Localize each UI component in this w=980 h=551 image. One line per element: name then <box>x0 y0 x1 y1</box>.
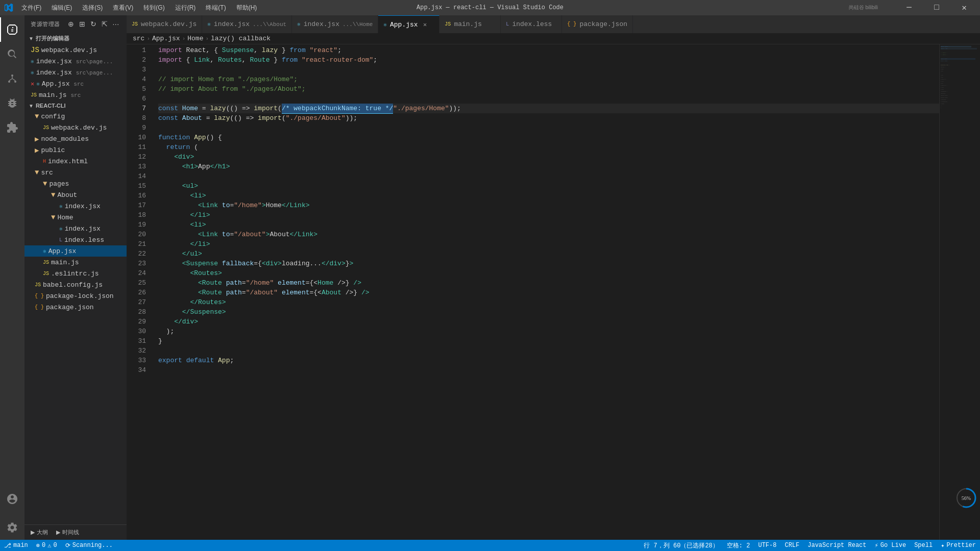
activity-git-icon[interactable] <box>0 66 24 91</box>
open-file-main-label: main.js src <box>39 91 81 99</box>
menu-file[interactable]: 文件(F) <box>17 3 45 13</box>
tab-app[interactable]: ⚛ App.jsx ✕ <box>378 15 439 33</box>
new-file-icon[interactable]: ⊕ <box>66 19 76 29</box>
tree-home-less[interactable]: L index.less <box>24 234 127 245</box>
status-encoding[interactable]: UTF-8 <box>754 540 780 551</box>
breadcrumb-lazy[interactable]: lazy() callback <box>211 35 271 42</box>
tree-config[interactable]: ▼ config <box>24 111 127 122</box>
open-file-index-home[interactable]: ⚛ index.jsx src\page... <box>24 67 127 78</box>
status-line-ending[interactable]: CRLF <box>780 540 803 551</box>
open-file-app[interactable]: ✕ ⚛ App.jsx src <box>24 78 127 89</box>
open-file-main[interactable]: JS main.js src <box>24 89 127 101</box>
menu-view[interactable]: 查看(V) <box>109 3 137 13</box>
tree-app-jsx[interactable]: ⚛ App.jsx <box>24 245 127 257</box>
tree-home-folder[interactable]: ▼ Home <box>24 212 127 223</box>
tree-eslint[interactable]: JS .eslintrc.js <box>24 268 127 279</box>
activity-extensions-icon[interactable] <box>0 115 24 140</box>
activity-settings-icon[interactable] <box>0 515 24 540</box>
activity-explorer-icon[interactable] <box>0 17 24 42</box>
folder-icon2: ▶ <box>35 146 39 155</box>
tree-node-modules[interactable]: ▶ node_modules <box>24 133 127 144</box>
tab-app-close[interactable]: ✕ <box>421 20 429 29</box>
tree-pages[interactable]: ▼ pages <box>24 178 127 189</box>
code-line-30: ); <box>158 327 939 336</box>
tab-package-json[interactable]: { } package.json <box>562 15 633 33</box>
breadcrumb-src[interactable]: src <box>133 35 144 42</box>
maximize-button[interactable]: □ <box>925 0 948 15</box>
tree-package-lock[interactable]: { } package-lock.json <box>24 290 127 302</box>
code-line-1: import React, { Suspense, lazy } from "r… <box>158 45 939 55</box>
activity-account-icon[interactable] <box>0 487 24 511</box>
menu-run[interactable]: 运行(R) <box>171 3 200 13</box>
more-actions-icon[interactable]: ··· <box>111 19 120 29</box>
open-files-section[interactable]: ▼ 打开的编辑器 <box>24 33 127 44</box>
project-section[interactable]: ▼ REACT-CLI <box>24 101 127 111</box>
minimap-code: import React... import Link... // import… <box>940 44 980 110</box>
open-file-webpack[interactable]: JS webpack.dev.js <box>24 44 127 56</box>
menu-goto[interactable]: 转到(G) <box>139 3 168 13</box>
tree-babel[interactable]: JS babel.config.js <box>24 279 127 290</box>
tab-webpack[interactable]: JS webpack.dev.js <box>127 15 202 33</box>
new-folder-icon[interactable]: ⊞ <box>78 19 87 29</box>
status-go-live[interactable]: ⚡ Go Live <box>870 540 910 551</box>
menu-terminal[interactable]: 终端(T) <box>202 3 230 13</box>
editor-content: 1 2 3 4 5 6 7 8 9 10 11 12 13 14 15 16 1… <box>127 44 980 540</box>
status-git-branch[interactable]: ⎇ main <box>0 540 32 551</box>
status-errors[interactable]: ⊗ 0 ⚠ 0 <box>32 540 61 551</box>
code-line-32 <box>158 346 939 356</box>
refresh-icon[interactable]: ↻ <box>89 19 98 29</box>
warning-count: 0 <box>53 542 57 549</box>
tree-public[interactable]: ▶ public <box>24 144 127 156</box>
tree-app-jsx-label: App.jsx <box>48 247 77 255</box>
menu-edit[interactable]: 编辑(E) <box>47 3 76 13</box>
tree-eslint-label: .eslintrc.js <box>51 270 99 278</box>
prettier-icon: ✦ <box>941 542 944 549</box>
status-language[interactable]: JavaScript React <box>803 540 870 551</box>
close-button[interactable]: ✕ <box>952 0 976 15</box>
open-file-index-about[interactable]: ⚛ index.jsx src\page... <box>24 56 127 67</box>
minimize-button[interactable]: ─ <box>897 0 921 15</box>
folder-icon: ▶ <box>35 135 39 143</box>
code-area[interactable]: import React, { Suspense, lazy } from "r… <box>152 44 939 540</box>
menu-select[interactable]: 选择(S) <box>78 3 107 13</box>
ln-16: 16 <box>127 191 146 201</box>
timeline-panel[interactable]: ▶ 时间线 <box>56 529 79 536</box>
tree-main-js[interactable]: JS main.js <box>24 257 127 268</box>
tab-main[interactable]: JS main.js <box>439 15 501 33</box>
tree-home-index[interactable]: ⚛ index.jsx <box>24 223 127 234</box>
prettier-text: Prettier <box>946 542 976 549</box>
code-line-16: <li> <box>158 191 939 201</box>
bottom-panels-area: ▶ 大纲 ▶ 时间线 <box>24 524 127 540</box>
js-file-icon2: JS <box>31 92 37 98</box>
tab-index-about[interactable]: ⚛ index.jsx ...\\About <box>202 15 292 33</box>
tree-main-js-label: main.js <box>51 259 79 266</box>
activity-search-icon[interactable] <box>0 42 24 66</box>
tree-webpack[interactable]: JS webpack.dev.js <box>24 122 127 133</box>
code-line-6 <box>158 94 939 104</box>
tab-index-home[interactable]: ⚛ index.jsx ...\\Home <box>292 15 378 33</box>
ln-29: 29 <box>127 317 146 327</box>
outline-panel[interactable]: ▶ 大纲 <box>31 529 48 536</box>
collapse-icon[interactable]: ⇱ <box>100 19 109 29</box>
menu-help[interactable]: 帮助(H) <box>232 3 261 13</box>
tree-about-folder[interactable]: ▼ About <box>24 189 127 201</box>
status-position[interactable]: 行 7，列 60（已选择28） <box>640 540 722 551</box>
status-prettier[interactable]: ✦ Prettier <box>937 540 980 551</box>
encoding-text: UTF-8 <box>758 542 776 549</box>
tree-index-html[interactable]: H index.html <box>24 156 127 167</box>
breadcrumb-app[interactable]: App.jsx <box>152 35 180 42</box>
close-file-icon[interactable]: ✕ <box>31 80 34 88</box>
less-icon: L <box>59 237 62 243</box>
tree-src[interactable]: ▼ src <box>24 167 127 178</box>
tree-about-index[interactable]: ⚛ index.jsx <box>24 201 127 212</box>
tree-package-json[interactable]: { } package.json <box>24 302 127 313</box>
tab-index-less[interactable]: L index.less <box>501 15 562 33</box>
ln-13: 13 <box>127 162 146 171</box>
status-spell[interactable]: Spell <box>910 540 937 551</box>
scanning-icon: ⟳ <box>65 542 70 549</box>
status-spaces[interactable]: 空格: 2 <box>723 540 754 551</box>
code-line-25: <Route path="/home" element={<Home />} /… <box>158 278 939 288</box>
react-icon6: ⚛ <box>43 248 46 255</box>
breadcrumb-home[interactable]: Home <box>187 35 203 42</box>
activity-debug-icon[interactable] <box>0 91 24 115</box>
